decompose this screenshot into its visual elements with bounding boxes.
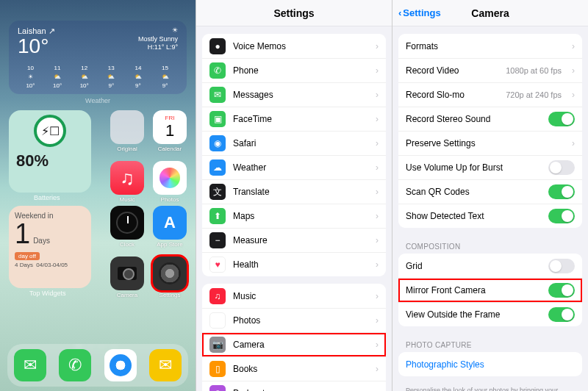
row-photos[interactable]: ✿Photos› [202, 308, 386, 332]
toggle[interactable] [548, 112, 575, 126]
row-voice-memos[interactable]: ●Voice Memos› [202, 34, 386, 58]
row-stereo-sound[interactable]: Record Stereo Sound [398, 107, 582, 131]
row-music[interactable]: ♫Music› [202, 284, 386, 308]
dock-mail[interactable]: ✉ [149, 349, 182, 381]
dock-phone[interactable]: ✆ [59, 349, 91, 381]
back-button[interactable]: ‹Settings [398, 7, 441, 18]
row-podcasts[interactable]: ◉Podcasts› [202, 381, 386, 391]
settings-header: Settings [196, 0, 392, 26]
battery-percent: 80% [9, 151, 91, 193]
toggle[interactable] [548, 259, 575, 273]
row-weather[interactable]: ☁Weather› [202, 155, 386, 179]
section-composition: Composition [392, 235, 588, 251]
row-grid[interactable]: Grid [398, 254, 582, 278]
row-maps[interactable]: ⬆Maps› [202, 204, 386, 228]
app-appstore[interactable]: A App Store [153, 206, 187, 248]
home-screen: Laishan ↗ 10° ☀ Mostly Sunny H:11° L:9° … [0, 0, 196, 391]
chevron-right-icon: › [376, 41, 379, 51]
app-clock[interactable]: Clock [110, 206, 144, 248]
app-settings[interactable]: Settings [153, 257, 187, 298]
camera-title: Camera [471, 7, 509, 19]
dock: ✉︎ ✆ ✉ [7, 344, 188, 387]
app-photos[interactable]: Photos [153, 161, 187, 203]
toggle[interactable] [548, 307, 575, 322]
row-books[interactable]: ▯Books› [202, 356, 386, 381]
row-camera[interactable]: 📷Camera› [202, 332, 386, 356]
row-phone[interactable]: ✆Phone› [202, 58, 386, 82]
styles-footer: Personalise the look of your photos by b… [392, 384, 588, 391]
row-record-video[interactable]: Record Video1080p at 60 fps› [398, 58, 582, 82]
app-calendar[interactable]: FRI1 Calendar [153, 110, 187, 152]
topwidgets-widget[interactable]: Weekend in 1 Days day off 4 Days 04/03-0… [9, 206, 91, 288]
toggle[interactable] [548, 184, 575, 199]
row-scan-qr[interactable]: Scan QR Codes [398, 179, 582, 204]
chevron-left-icon: ‹ [398, 7, 401, 18]
dock-safari[interactable] [104, 349, 137, 381]
settings-title: Settings [273, 7, 314, 19]
row-record-slomo[interactable]: Record Slo-mo720p at 240 fps› [398, 82, 582, 107]
weather-hilow: H:11° L:9° [138, 43, 178, 52]
battery-caption: Batteries [34, 194, 60, 201]
toggle[interactable] [548, 160, 575, 175]
camera-settings-screen: ‹Settings Camera Formats› Record Video10… [392, 0, 588, 391]
app-music[interactable]: ♫ Music [110, 161, 144, 203]
weather-cond: Mostly Sunny [138, 35, 178, 44]
weather-hourly: 10☀10° 11⛅10° 12⛅10° 13⛅9° 14⛅9° 15⛅9° [18, 64, 178, 90]
row-preserve-settings[interactable]: Preserve Settings› [398, 131, 582, 155]
settings-screen: Settings ●Voice Memos› ✆Phone› ✉︎Message… [196, 0, 392, 391]
weather-temp: 10° [18, 36, 55, 57]
app-original[interactable]: Original [110, 110, 144, 152]
section-photo-capture: Photo Capture [392, 334, 588, 349]
row-volume-burst[interactable]: Use Volume Up for Burst [398, 155, 582, 179]
row-messages[interactable]: ✉︎Messages› [202, 82, 386, 107]
row-safari[interactable]: ◉Safari› [202, 131, 386, 155]
row-detected-text[interactable]: Show Detected Text [398, 204, 582, 228]
battery-ring-icon: ⚡︎☐ [34, 115, 66, 147]
row-formats[interactable]: Formats› [398, 34, 582, 58]
toggle[interactable] [548, 209, 575, 223]
row-facetime[interactable]: ▣FaceTime› [202, 107, 386, 131]
battery-widget[interactable]: ⚡︎☐ 80% [9, 110, 91, 193]
toggle[interactable] [548, 283, 575, 298]
weather-widget[interactable]: Laishan ↗ 10° ☀ Mostly Sunny H:11° L:9° … [9, 21, 187, 94]
row-mirror-front-camera[interactable]: Mirror Front Camera [398, 278, 582, 302]
row-photographic-styles[interactable]: Photographic Styles [398, 352, 582, 376]
app-camera[interactable]: Camera [110, 257, 144, 298]
row-view-outside-frame[interactable]: View Outside the Frame [398, 302, 582, 326]
row-measure[interactable]: −Measure› [202, 228, 386, 252]
row-translate[interactable]: 文Translate› [202, 179, 386, 204]
row-health[interactable]: ♥Health› [202, 252, 386, 276]
weather-caption: Weather [0, 97, 196, 104]
topwidgets-caption: Top Widgets [29, 290, 66, 297]
dock-messages[interactable]: ✉︎ [14, 349, 46, 381]
